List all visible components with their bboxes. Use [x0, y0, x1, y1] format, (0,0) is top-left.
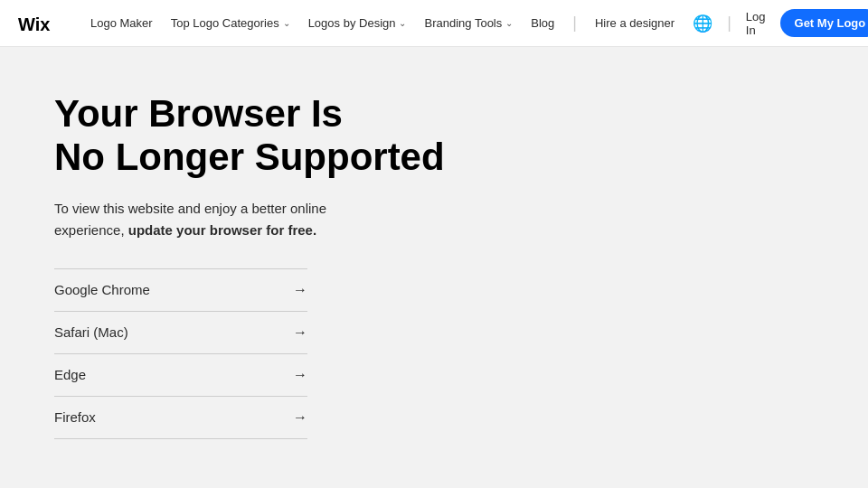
browser-name-edge: Edge	[54, 367, 86, 382]
nav-logo-maker[interactable]: Logo Maker	[90, 16, 153, 30]
login-link[interactable]: Log In	[746, 10, 766, 37]
svg-text:Wix: Wix	[18, 14, 50, 33]
browser-item-chrome[interactable]: Google Chrome →	[54, 268, 307, 312]
navbar: Wix Logo Maker Top Logo Categories ⌄ Log…	[0, 0, 868, 47]
browser-item-safari[interactable]: Safari (Mac) →	[54, 312, 307, 354]
arrow-right-icon: →	[293, 367, 307, 383]
main-content: Your Browser Is No Longer Supported To v…	[0, 47, 868, 484]
browser-item-edge[interactable]: Edge →	[54, 354, 307, 397]
nav-branding-tools[interactable]: Branding Tools ⌄	[424, 16, 513, 30]
chevron-down-icon: ⌄	[505, 18, 513, 28]
nav-logos-by-design[interactable]: Logos by Design ⌄	[308, 16, 407, 30]
nav-blog[interactable]: Blog	[531, 16, 554, 30]
nav-right: 🌐 | Log In Get My Logo	[693, 9, 868, 37]
browser-name-chrome: Google Chrome	[54, 282, 150, 297]
nav-separator-2: |	[727, 14, 731, 33]
nav-hire-designer[interactable]: Hire a designer	[595, 16, 675, 30]
nav-separator: |	[572, 14, 577, 33]
arrow-right-icon: →	[293, 324, 307, 341]
get-my-logo-button[interactable]: Get My Logo	[780, 9, 868, 37]
globe-icon[interactable]: 🌐	[693, 14, 712, 33]
nav-links: Logo Maker Top Logo Categories ⌄ Logos b…	[90, 14, 675, 33]
page-headline: Your Browser Is No Longer Supported	[54, 92, 552, 180]
arrow-right-icon: →	[293, 282, 307, 298]
browser-name-firefox: Firefox	[54, 409, 96, 425]
arrow-right-icon: →	[293, 409, 307, 426]
wix-logo[interactable]: Wix	[18, 14, 63, 33]
browser-item-firefox[interactable]: Firefox →	[54, 397, 307, 439]
chevron-down-icon: ⌄	[399, 18, 406, 28]
nav-top-logo-categories[interactable]: Top Logo Categories ⌄	[171, 16, 290, 30]
browser-name-safari: Safari (Mac)	[54, 324, 128, 340]
chevron-down-icon: ⌄	[283, 18, 290, 28]
browser-list: Google Chrome → Safari (Mac) → Edge → Fi…	[54, 268, 307, 439]
page-subtext: To view this website and enjoy a better …	[54, 198, 389, 241]
